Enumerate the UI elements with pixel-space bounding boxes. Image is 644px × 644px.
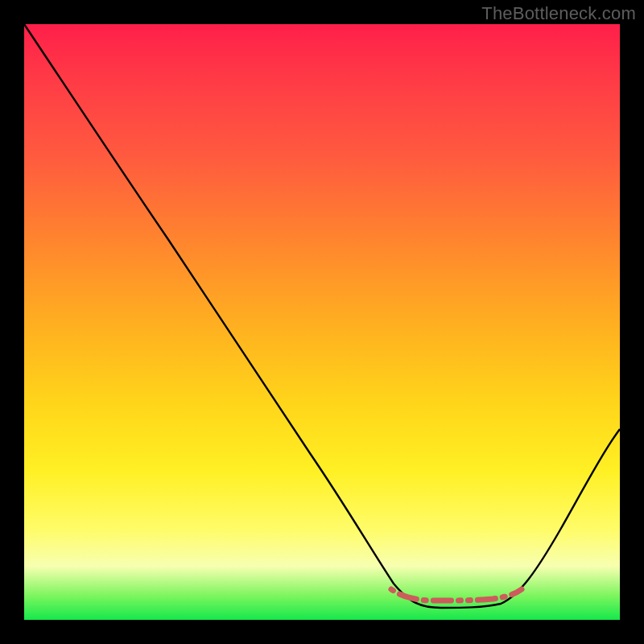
curve-path bbox=[24, 24, 620, 608]
chart-frame: TheBottleneck.com bbox=[0, 0, 644, 644]
bottleneck-curve bbox=[24, 24, 620, 620]
plot-area bbox=[24, 24, 620, 620]
optimal-range-marker bbox=[391, 589, 522, 601]
watermark-text: TheBottleneck.com bbox=[481, 3, 636, 24]
